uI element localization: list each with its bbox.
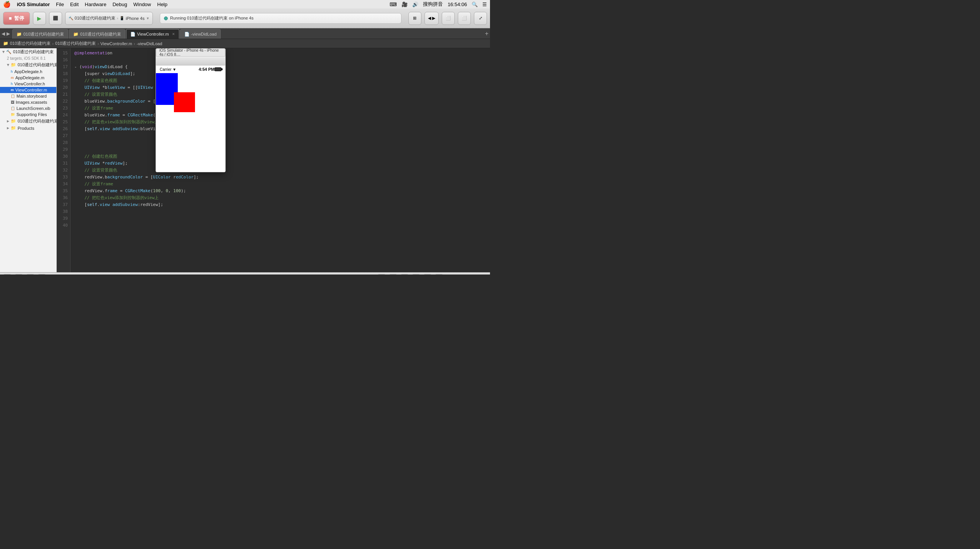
- device-icon: 📱: [120, 16, 124, 20]
- sidebar-main-storyboard-label: Main.storyboard: [16, 94, 47, 98]
- menu-ios-simulator[interactable]: iOS Simulator: [17, 2, 50, 7]
- h-file-icon: h: [11, 70, 13, 74]
- sidebar-item-images[interactable]: 🖼 Images.xcassets: [0, 99, 56, 105]
- sidebar-item-supporting-files[interactable]: 📁 Supporting Files: [0, 111, 56, 118]
- tab-nav: ◀ ▶: [2, 28, 10, 39]
- breadcrumb-1[interactable]: 010通过代码创建约束: [10, 41, 51, 46]
- split-right-btn[interactable]: ⬜: [458, 12, 471, 25]
- tab-3[interactable]: 📄 -viewDidLoad: [180, 29, 221, 39]
- m-file-icon: m: [11, 76, 14, 80]
- warning-button[interactable]: ⚠: [15, 274, 23, 275]
- bottom-bar: + ⚠ 🔴 ⚑ ⊞ ⊟ ⟦⟧ ≡ ➤ ⊞ 010通过代码创建约束: [0, 272, 490, 274]
- sidebar-viewcontroller-h-label: ViewController.h: [15, 82, 45, 86]
- run-button[interactable]: ▶: [33, 12, 46, 25]
- menubar-menu-icon[interactable]: ☰: [482, 2, 487, 7]
- sidebar-group-tests[interactable]: ▶ 📁 010通过代码创建约束Tests: [0, 118, 56, 125]
- simulator-popup: iOS Simulator - iPhone 4s - iPhone 4s / …: [156, 48, 226, 172]
- sidebar-project-header[interactable]: ▶ 🔨 010通过代码创建约束: [0, 48, 56, 56]
- status-box: Running 010通过代码创建约束 on iPhone 4s: [160, 13, 402, 24]
- menu-help[interactable]: Help: [157, 2, 167, 7]
- storyboard-icon: 📋: [11, 94, 15, 98]
- menu-window[interactable]: Window: [133, 2, 151, 7]
- sidebar-appdelegate-h-label: AppDelegate.h: [15, 69, 43, 74]
- sidebar-item-appdelegate-h[interactable]: h AppDelegate.h: [0, 69, 56, 75]
- folder-products-icon: 📁: [11, 126, 16, 131]
- scheme-selector[interactable]: 🔨 010通过代码创建约束 › 📱 iPhone 4s ▼: [65, 12, 153, 25]
- layout-btn[interactable]: ⊞: [408, 12, 421, 25]
- sidebar-products-label: Products: [18, 126, 34, 131]
- sidebar-appdelegate-m-label: AppDelegate.m: [15, 75, 44, 80]
- line-numbers: 1516171819 2021222324 2526272829 3031323…: [57, 48, 70, 272]
- split-toggle-btn[interactable]: ⊟: [389, 274, 397, 275]
- menu-file[interactable]: File: [56, 2, 64, 7]
- sidebar-item-viewcontroller-h[interactable]: h ViewController.h: [0, 81, 56, 87]
- simulator-content: [156, 73, 226, 172]
- device-name: iPhone 4s: [126, 16, 144, 21]
- stop-button[interactable]: ■ 暂停: [3, 12, 30, 25]
- menubar-ime[interactable]: 搜狗拼音: [423, 1, 443, 8]
- breadcrumb-2[interactable]: 010通过代码创建约束: [55, 41, 96, 46]
- breadcrumb-bar: 📁 010通过代码创建约束 › 010通过代码创建约束 › ViewContro…: [0, 39, 490, 48]
- menu-hardware[interactable]: Hardware: [85, 2, 106, 7]
- stop-icon: ■: [9, 15, 12, 21]
- tab-3-label: -viewDidLoad: [191, 32, 217, 36]
- menubar-search-icon[interactable]: 🔍: [472, 2, 478, 7]
- tab-2[interactable]: 📄 ViewController.m ✕: [126, 29, 179, 39]
- arrow-btn[interactable]: ➤: [423, 274, 432, 275]
- menu-bar: 🍎 iOS Simulator File Edit Hardware Debug…: [0, 0, 490, 8]
- flag-button[interactable]: ⚑: [38, 274, 46, 275]
- main-layout: ▶ 🔨 010通过代码创建约束 2 targets, iOS SDK 8.1 ▶…: [0, 48, 490, 272]
- tab-3-icon: 📄: [184, 32, 190, 37]
- code-editor[interactable]: @implementation - (void)viewDidLoad { [s…: [70, 48, 490, 272]
- sidebar-item-viewcontroller-m[interactable]: m ViewController.m: [0, 87, 56, 93]
- simulator-tooltip-text: iOS Simulator - iPhone 4s - iPhone 4s / …: [159, 48, 222, 57]
- sidebar-group-main[interactable]: ▶ 📁 010通过代码创建约束: [0, 61, 56, 69]
- menubar-audio-icon: 🔊: [412, 2, 418, 7]
- tab-0-label: 010通过代码创建约束: [23, 31, 64, 37]
- sim-carrier: Carrier ▼: [160, 67, 198, 72]
- sidebar-launchscreen-label: LaunchScreen.xib: [16, 106, 50, 111]
- project-triangle-icon: ▶: [2, 51, 5, 53]
- split-left-btn[interactable]: ⬜: [442, 12, 455, 25]
- run-icon: ▶: [37, 15, 41, 21]
- simulator-title-bar[interactable]: [156, 57, 225, 65]
- tab-add[interactable]: +: [485, 28, 488, 39]
- fullscreen-btn[interactable]: ⤢: [474, 12, 487, 25]
- tab-0[interactable]: 📁 010通过代码创建约束: [12, 29, 68, 39]
- tab-2-icon: 📄: [130, 32, 136, 37]
- breadcrumb-icons: 📁: [3, 41, 8, 46]
- tab-2-close-icon[interactable]: ✕: [172, 32, 175, 36]
- breadcrumb-sep-2: ›: [97, 41, 99, 46]
- tab-next-icon[interactable]: ▶: [7, 31, 10, 36]
- add-tab-icon[interactable]: +: [485, 30, 488, 37]
- scroll-btn[interactable]: ≡: [412, 274, 420, 275]
- menu-debug[interactable]: Debug: [113, 2, 127, 7]
- nav-btn[interactable]: ◀ ▶: [424, 12, 439, 25]
- sidebar-item-launchscreen[interactable]: 📋 LaunchScreen.xib: [0, 105, 56, 111]
- breadcrumb-3[interactable]: ViewController.m: [100, 41, 132, 46]
- menubar-camera-icon: 🎥: [402, 2, 408, 7]
- breadcrumb-4[interactable]: -viewDidLoad: [137, 41, 162, 46]
- apple-menu[interactable]: 🍎: [3, 1, 11, 8]
- sidebar: ▶ 🔨 010通过代码创建约束 2 targets, iOS SDK 8.1 ▶…: [0, 48, 57, 272]
- breadcrumb-sep-1: ›: [52, 41, 54, 46]
- simulator-tooltip: iOS Simulator - iPhone 4s - iPhone 4s / …: [156, 48, 225, 57]
- sidebar-group-products[interactable]: ▶ 📁 Products: [0, 125, 56, 131]
- tests-triangle-icon: ▶: [7, 119, 9, 123]
- group-triangle-icon: ▶: [7, 64, 10, 66]
- error-button[interactable]: 🔴: [26, 274, 34, 275]
- images-icon: 🖼: [11, 100, 14, 104]
- stack-btn[interactable]: ⟦⟧: [400, 274, 409, 275]
- tab-prev-icon[interactable]: ◀: [2, 31, 5, 36]
- add-file-button[interactable]: +: [3, 274, 11, 275]
- layout-toggle-btn[interactable]: ⊞: [377, 274, 386, 275]
- tab-1[interactable]: 📁 010通过代码创建约束: [69, 29, 125, 39]
- menu-edit[interactable]: Edit: [70, 2, 79, 7]
- stop-square-button[interactable]: ⬛: [49, 12, 62, 25]
- simulator-screen: Carrier ▼ 4:54 PM: [156, 65, 225, 172]
- sidebar-item-appdelegate-m[interactable]: m AppDelegate.m: [0, 75, 56, 81]
- sidebar-item-main-storyboard[interactable]: 📋 Main.storyboard: [0, 93, 56, 99]
- layers-btn[interactable]: ⊞: [435, 274, 443, 275]
- tab-bar: ◀ ▶ 📁 010通过代码创建约束 📁 010通过代码创建约束 📄 ViewCo…: [0, 28, 490, 39]
- sim-time: 4:54 PM: [198, 67, 215, 72]
